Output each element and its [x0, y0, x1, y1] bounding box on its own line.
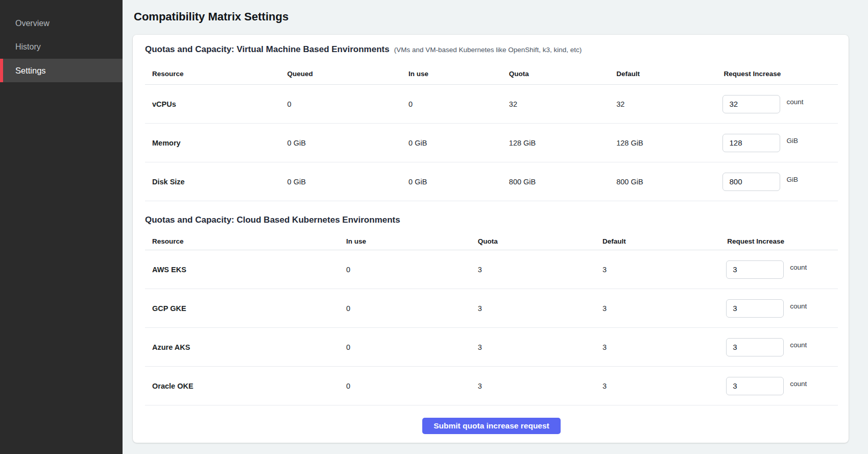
- quota-value: 800 GiB: [502, 178, 609, 186]
- table-row-gcp-gke: GCP GKE 0 3 3 count: [145, 289, 838, 328]
- default-value: 800 GiB: [609, 178, 716, 186]
- quota-value: 32: [502, 100, 609, 108]
- unit-label: count: [790, 380, 807, 388]
- oracle-oke-request-input[interactable]: [726, 377, 784, 395]
- sidebar: Overview History Settings: [0, 0, 123, 454]
- resource-label: vCPUs: [145, 100, 280, 108]
- resource-label: Memory: [145, 139, 280, 147]
- default-value: 128 GiB: [609, 139, 716, 147]
- vm-col-quota: Quota: [502, 70, 609, 78]
- unit-label: GiB: [786, 176, 798, 183]
- vm-col-request-increase: Request Increase: [716, 70, 838, 78]
- vcpus-request-input[interactable]: [722, 95, 780, 113]
- cloud-col-default: Default: [595, 237, 720, 245]
- cloud-col-in-use: In use: [339, 237, 471, 245]
- default-value: 3: [595, 382, 720, 390]
- cloud-col-resource: Resource: [145, 237, 339, 245]
- settings-card: Quotas and Capacity: Virtual Machine Bas…: [133, 35, 849, 443]
- main-content: Compatibility Matrix Settings Quotas and…: [123, 0, 868, 454]
- resource-label: AWS EKS: [145, 266, 339, 274]
- quota-value: 3: [471, 343, 595, 351]
- sidebar-item-settings-label: Settings: [15, 66, 46, 76]
- unit-label: count: [790, 341, 807, 349]
- cloud-table-header: Resource In use Quota Default Request In…: [145, 233, 838, 250]
- sidebar-item-overview-label: Overview: [15, 19, 50, 28]
- default-value: 3: [595, 343, 720, 351]
- queued-value: 0 GiB: [280, 139, 401, 147]
- in-use-value: 0: [339, 343, 471, 351]
- table-row-vcpus: vCPUs 0 0 32 32 count: [145, 85, 838, 124]
- unit-label: count: [790, 264, 807, 271]
- memory-request-input[interactable]: [722, 134, 780, 152]
- resource-label: Azure AKS: [145, 343, 339, 351]
- sidebar-item-history[interactable]: History: [0, 35, 123, 59]
- sidebar-item-history-label: History: [15, 42, 41, 52]
- table-row-aws-eks: AWS EKS 0 3 3 count: [145, 250, 838, 289]
- cloud-section-header: Quotas and Capacity: Cloud Based Kuberne…: [145, 214, 838, 226]
- resource-label: GCP GKE: [145, 304, 339, 313]
- gcp-gke-request-input[interactable]: [726, 299, 784, 318]
- disk-size-request-input[interactable]: [722, 173, 780, 191]
- in-use-value: 0: [339, 304, 471, 313]
- cloud-section-title: Quotas and Capacity: Cloud Based Kuberne…: [145, 214, 400, 226]
- quota-value: 128 GiB: [502, 139, 609, 147]
- page-title: Compatibility Matrix Settings: [134, 10, 849, 24]
- in-use-value: 0: [339, 382, 471, 390]
- in-use-value: 0: [401, 100, 502, 108]
- default-value: 3: [595, 266, 720, 274]
- cloud-col-request-increase: Request Increase: [720, 237, 838, 245]
- in-use-value: 0: [339, 266, 471, 274]
- azure-aks-request-input[interactable]: [726, 338, 784, 356]
- quota-value: 3: [471, 304, 595, 313]
- quota-value: 3: [471, 266, 595, 274]
- sidebar-item-overview[interactable]: Overview: [0, 12, 123, 35]
- submit-quota-increase-button[interactable]: Submit quota increase request: [422, 418, 561, 434]
- queued-value: 0 GiB: [280, 178, 401, 186]
- app-window: Overview History Settings Compatibility …: [0, 0, 868, 454]
- cloud-col-quota: Quota: [471, 237, 595, 245]
- in-use-value: 0 GiB: [401, 139, 502, 147]
- vm-col-queued: Queued: [280, 70, 401, 78]
- default-value: 3: [595, 304, 720, 313]
- vm-table-header: Resource Queued In use Quota Default Req…: [145, 63, 838, 85]
- submit-row: Submit quota increase request: [145, 405, 838, 434]
- aws-eks-request-input[interactable]: [726, 260, 784, 279]
- resource-label: Disk Size: [145, 178, 280, 186]
- unit-label: GiB: [786, 137, 798, 145]
- default-value: 32: [609, 100, 716, 108]
- queued-value: 0: [280, 100, 401, 108]
- sidebar-item-settings[interactable]: Settings: [0, 59, 123, 82]
- vm-col-default: Default: [609, 70, 716, 78]
- table-row-memory: Memory 0 GiB 0 GiB 128 GiB 128 GiB GiB: [145, 124, 838, 162]
- quota-value: 3: [471, 382, 595, 390]
- vm-section-subtitle: (VMs and VM-based Kubernetes like OpenSh…: [394, 46, 582, 54]
- table-row-disk-size: Disk Size 0 GiB 0 GiB 800 GiB 800 GiB Gi…: [145, 162, 838, 201]
- vm-col-in-use: In use: [401, 70, 502, 78]
- table-row-azure-aks: Azure AKS 0 3 3 count: [145, 328, 838, 367]
- unit-label: count: [790, 302, 807, 310]
- vm-section-title: Quotas and Capacity: Virtual Machine Bas…: [145, 44, 390, 55]
- vm-col-resource: Resource: [145, 70, 280, 78]
- vm-section-header: Quotas and Capacity: Virtual Machine Bas…: [145, 44, 838, 55]
- unit-label: count: [786, 98, 803, 106]
- table-row-oracle-oke: Oracle OKE 0 3 3 count: [145, 367, 838, 405]
- resource-label: Oracle OKE: [145, 382, 339, 390]
- in-use-value: 0 GiB: [401, 178, 502, 186]
